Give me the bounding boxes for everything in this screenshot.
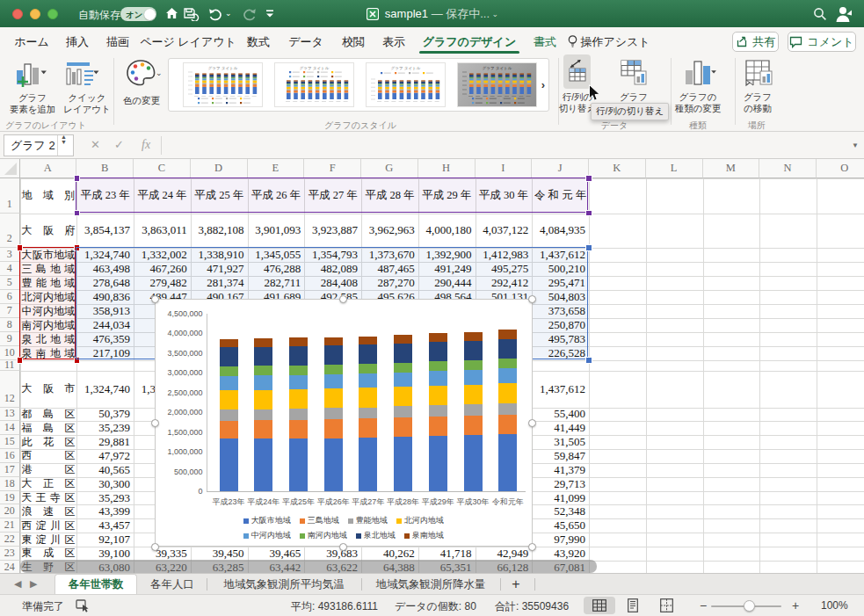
cell-value[interactable]: 4,084,935	[532, 214, 589, 249]
cell-value[interactable]: 495,783	[532, 332, 589, 346]
column-header[interactable]: E	[248, 159, 305, 178]
chart-bar-segment[interactable]	[324, 374, 343, 388]
cell-value[interactable]: 1,324,740	[76, 371, 134, 408]
chart-bar-segment[interactable]	[220, 438, 238, 491]
chart-bar-segment[interactable]	[498, 383, 517, 403]
chart-bar-segment[interactable]	[359, 364, 377, 373]
chart-bar-segment[interactable]	[429, 405, 447, 417]
chart-bar-segment[interactable]	[464, 360, 483, 370]
cell-region-label[interactable]: 福島区	[20, 421, 77, 435]
cell-value[interactable]: 3,882,108	[191, 214, 248, 249]
chart-bar-segment[interactable]	[359, 408, 377, 419]
cell-region-label[interactable]: 港区	[20, 463, 77, 477]
cell-value[interactable]: 295,471	[532, 276, 589, 290]
chart-bar-segment[interactable]	[429, 436, 447, 491]
cell-region-label[interactable]: 天王寺区	[20, 491, 77, 505]
cell-value[interactable]: 92,107	[76, 533, 134, 547]
chart-bar-segment[interactable]	[359, 373, 377, 388]
formula-input[interactable]	[163, 134, 848, 156]
tab-tell-me[interactable]: 操作アシスト	[580, 34, 650, 50]
cell-value[interactable]: 43,399	[76, 504, 134, 518]
enter-icon[interactable]: ✓	[114, 138, 124, 151]
cell-value[interactable]: 476,288	[248, 262, 305, 276]
cell-region-label[interactable]: 泉南地域	[20, 346, 77, 360]
chart-bar-segment[interactable]	[289, 366, 308, 375]
chart-bar-segment[interactable]	[324, 337, 343, 346]
chart-bar-segment[interactable]	[254, 375, 272, 389]
chart-bar-segment[interactable]	[289, 409, 308, 420]
page-layout-view-icon[interactable]	[626, 598, 640, 615]
document-title[interactable]: sample1 — 保存中... ⌄	[0, 0, 864, 27]
cell-value[interactable]: 1,437,612	[532, 248, 589, 262]
chart-bar-segment[interactable]	[254, 438, 272, 491]
chart-bar-segment[interactable]	[289, 389, 308, 409]
row-header[interactable]: 23	[0, 547, 20, 561]
move-chart-icon[interactable]	[744, 59, 773, 91]
chart-bar-segment[interactable]	[220, 347, 238, 366]
chart-bar-segment[interactable]	[394, 373, 412, 387]
cell-value[interactable]: 29,713	[532, 477, 589, 491]
cell-value[interactable]: 3,962,963	[361, 214, 418, 249]
chart-bar-segment[interactable]	[324, 365, 343, 374]
change-chart-type-icon[interactable]	[682, 58, 719, 91]
tab-draw[interactable]: 描画	[106, 34, 129, 50]
chart-bar-segment[interactable]	[464, 332, 483, 341]
cell-value[interactable]: 495,275	[476, 262, 533, 276]
tab-data[interactable]: データ	[288, 34, 323, 50]
chart-bar-segment[interactable]	[394, 406, 412, 417]
cell-region-label[interactable]: 三島地域	[20, 262, 77, 276]
cell-value[interactable]: 504,803	[532, 290, 589, 304]
tab-view[interactable]: 表示	[382, 34, 405, 50]
row-header[interactable]: 8	[0, 318, 20, 332]
row-header[interactable]: 4	[0, 262, 20, 276]
tab-format[interactable]: 書式	[534, 34, 556, 50]
chart-bar-segment[interactable]	[359, 388, 377, 407]
cell-value[interactable]: 1,354,793	[304, 248, 361, 262]
cell-value[interactable]: 令 和 元 年	[532, 178, 589, 214]
cell-region-label[interactable]: 東成区	[20, 547, 77, 561]
cell-value[interactable]: 3,923,887	[304, 214, 361, 249]
column-header[interactable]: C	[134, 159, 191, 178]
chart-resize-handle[interactable]	[151, 295, 159, 303]
share-button[interactable]: 共有	[732, 32, 779, 52]
chart-resize-handle[interactable]	[151, 543, 159, 551]
gallery-next-icon[interactable]: ›	[541, 78, 545, 91]
cell-value[interactable]: 281,374	[191, 276, 248, 290]
cancel-icon[interactable]: ✕	[91, 138, 100, 151]
cell-value[interactable]: 1,345,055	[248, 248, 305, 262]
cell-value[interactable]: 226,528	[532, 346, 589, 360]
row-header[interactable]: 22	[0, 533, 20, 547]
select-all-corner[interactable]	[0, 159, 20, 178]
chart-resize-handle[interactable]	[339, 543, 347, 551]
cell-region-label[interactable]: 中河内地域	[20, 304, 77, 318]
chart-bar-segment[interactable]	[220, 390, 238, 409]
cell-value[interactable]: 490,836	[76, 290, 134, 304]
zoom-out-icon[interactable]: −	[700, 598, 707, 612]
cell-region-label[interactable]: 都島区	[20, 408, 77, 422]
chart-bar-segment[interactable]	[429, 342, 447, 361]
cell-value[interactable]: 373,658	[532, 304, 589, 318]
chart-bar-segment[interactable]	[464, 416, 483, 435]
cell-region-label[interactable]: 大正区	[20, 477, 77, 491]
cell-region-label[interactable]: 地域別	[20, 178, 77, 214]
cell-region-label[interactable]: 南河内地域	[20, 318, 77, 332]
row-header[interactable]: 6	[0, 290, 20, 304]
cell-value[interactable]: 平成 27 年	[304, 178, 361, 214]
cell-value[interactable]: 35,293	[76, 491, 134, 505]
cell-value[interactable]: 平成 24 年	[134, 178, 191, 214]
cell-value[interactable]: 284,408	[304, 276, 361, 290]
cell-value[interactable]: 55,400	[532, 408, 589, 422]
horizontal-scrollbar[interactable]	[20, 560, 598, 573]
chart-bar-segment[interactable]	[254, 347, 272, 366]
chart-bar-segment[interactable]	[429, 371, 447, 386]
chart-style-thumb-3[interactable]: グラフ タイトル	[366, 62, 446, 107]
row-header[interactable]: 2	[0, 214, 20, 249]
cell-value[interactable]: 4,037,122	[476, 214, 533, 249]
zoom-in-icon[interactable]: +	[792, 598, 799, 612]
chart-bar-segment[interactable]	[220, 421, 238, 439]
chart-bar-segment[interactable]	[498, 330, 517, 338]
cell-value[interactable]: 97,990	[532, 533, 589, 547]
cell-region-label[interactable]: 大阪市地域	[20, 248, 77, 262]
insert-function-icon[interactable]: fx	[142, 138, 150, 152]
cell-value[interactable]: 50,379	[76, 408, 134, 422]
